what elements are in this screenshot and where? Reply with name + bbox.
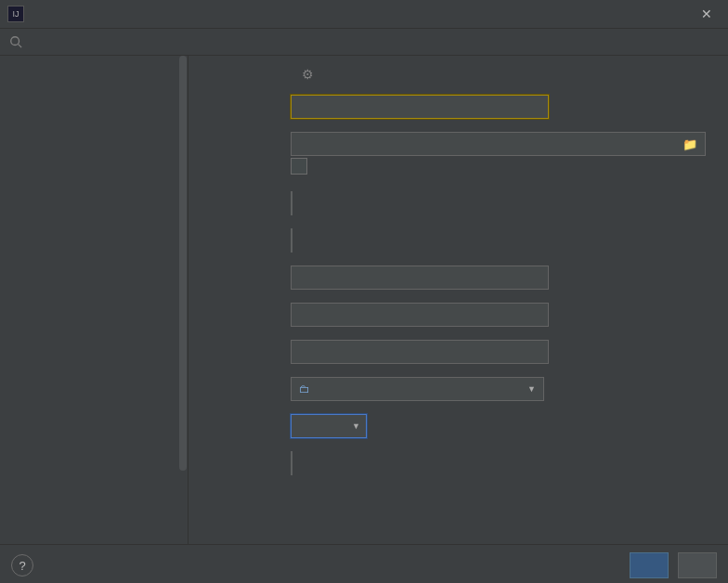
search-bar[interactable] bbox=[0, 29, 728, 56]
svg-point-0 bbox=[11, 37, 20, 45]
form-panel: ⚙ 📁 bbox=[188, 56, 728, 544]
intellij-icon: IJ bbox=[7, 6, 24, 22]
java-select[interactable]: ▼ bbox=[291, 414, 367, 438]
close-icon[interactable]: ✕ bbox=[693, 6, 721, 21]
artifact-input[interactable] bbox=[291, 303, 549, 327]
folder-icon[interactable]: 📁 bbox=[682, 137, 697, 151]
dialog-footer: ? bbox=[0, 544, 728, 583]
generators-heading bbox=[0, 56, 188, 72]
titlebar: IJ ✕ bbox=[0, 0, 728, 29]
name-input[interactable] bbox=[291, 95, 549, 119]
packaging-segmented bbox=[291, 451, 292, 475]
sidebar bbox=[0, 56, 188, 544]
jdk-folder-icon: 🗀 bbox=[299, 382, 310, 395]
svg-line-1 bbox=[19, 45, 22, 48]
cancel-button[interactable] bbox=[678, 552, 717, 578]
gear-icon[interactable]: ⚙ bbox=[302, 67, 314, 82]
help-button[interactable]: ? bbox=[11, 554, 33, 577]
type-segmented bbox=[291, 228, 292, 253]
next-button[interactable] bbox=[630, 552, 669, 578]
chevron-down-icon: ▼ bbox=[352, 421, 360, 431]
group-input[interactable] bbox=[291, 266, 549, 290]
search-icon bbox=[9, 35, 22, 48]
package-input[interactable] bbox=[291, 340, 549, 364]
location-input[interactable]: 📁 bbox=[291, 132, 706, 156]
sidebar-scrollbar[interactable] bbox=[179, 56, 187, 471]
create-git-checkbox[interactable] bbox=[291, 158, 307, 175]
chevron-down-icon: ▼ bbox=[527, 384, 536, 394]
jdk-select[interactable]: 🗀 ▼ bbox=[291, 377, 544, 401]
language-segmented bbox=[291, 191, 292, 215]
